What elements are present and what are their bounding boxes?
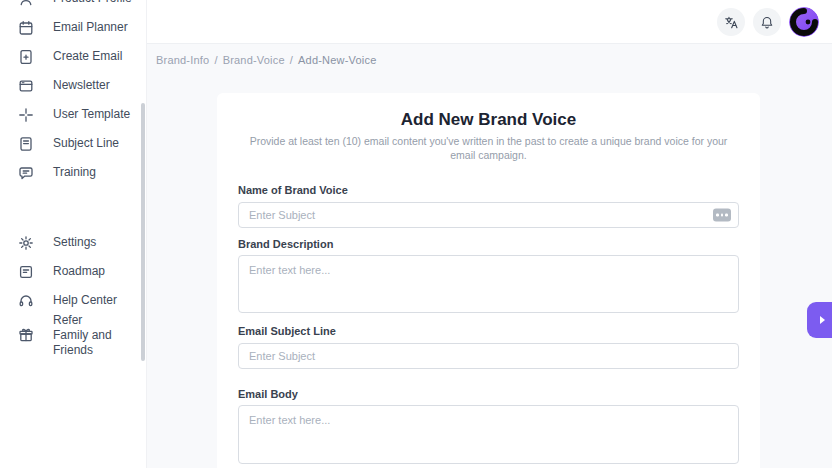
sidebar-item-label: Subject Line — [53, 136, 119, 151]
newsletter-icon — [18, 78, 34, 94]
email-body-textarea[interactable] — [238, 405, 739, 464]
chevron-right-icon — [820, 316, 825, 324]
extension-dots-icon[interactable] — [713, 208, 731, 221]
sidebar-item-label: Settings — [53, 235, 96, 250]
sidebar-item-settings[interactable]: Settings — [0, 228, 146, 257]
breadcrumb-separator: / — [290, 54, 293, 66]
breadcrumb-separator: / — [214, 54, 217, 66]
sidebar-item-label: Email Planner — [53, 20, 128, 35]
top-header — [147, 0, 832, 44]
page-subtitle: Provide at least ten (10) email content … — [248, 134, 730, 163]
sidebar-item-user-template[interactable]: User Template — [0, 100, 146, 129]
sidebar-scrollbar[interactable] — [141, 103, 145, 361]
headset-icon — [18, 293, 34, 309]
breadcrumb-item-brand-info[interactable]: Brand-Info — [156, 54, 209, 66]
calendar-icon — [18, 20, 34, 36]
sidebar-item-product-profile[interactable]: Product Profile — [0, 0, 146, 13]
expand-panel-button[interactable] — [807, 302, 832, 338]
name-of-brand-voice-input[interactable] — [238, 202, 739, 228]
sidebar-item-create-email[interactable]: Create Email — [0, 42, 146, 71]
brand-description-label: Brand Description — [238, 238, 739, 250]
sidebar-item-label: Create Email — [53, 49, 122, 64]
subject-line-icon — [18, 136, 34, 152]
user-avatar[interactable] — [789, 7, 819, 37]
sidebar-item-roadmap[interactable]: Roadmap — [0, 257, 146, 286]
breadcrumb: Brand-Info/Brand-Voice/Add-New-Voice — [156, 54, 376, 66]
name-of-brand-voice-wrap — [238, 202, 739, 228]
bell-icon — [760, 15, 774, 30]
translate-button[interactable] — [717, 8, 745, 36]
sidebar-item-refer[interactable]: Refer Family and Friends — [0, 315, 146, 355]
sidebar-nav: Product Profile Email Planner Create Ema… — [0, 0, 146, 355]
breadcrumb-item-add-new-voice: Add-New-Voice — [298, 54, 376, 66]
sidebar-item-label: Roadmap — [53, 264, 105, 279]
roadmap-icon — [18, 264, 34, 280]
sidebar-item-help-center[interactable]: Help Center — [0, 286, 146, 315]
sidebar-item-subject-line[interactable]: Subject Line — [0, 129, 146, 158]
chat-bubble-icon — [18, 165, 34, 181]
gift-icon — [18, 327, 34, 343]
file-plus-icon — [18, 49, 34, 65]
template-plus-icon — [18, 107, 34, 123]
add-brand-voice-card: Add New Brand Voice Provide at least ten… — [217, 93, 760, 468]
translate-icon — [724, 15, 739, 30]
header-actions — [717, 7, 819, 37]
sidebar-item-label: Newsletter — [53, 78, 110, 93]
sidebar: Product Profile Email Planner Create Ema… — [0, 0, 147, 468]
page-title: Add New Brand Voice — [217, 110, 760, 130]
sidebar-item-label: Help Center — [53, 293, 117, 308]
sidebar-item-training[interactable]: Training — [0, 158, 146, 187]
email-subject-line-label: Email Subject Line — [238, 325, 739, 337]
sidebar-item-label: Training — [53, 165, 96, 180]
brand-voice-form: Name of Brand Voice Brand Description Em… — [217, 184, 760, 464]
brand-description-textarea[interactable] — [238, 255, 739, 313]
avatar-logo-icon — [789, 7, 819, 37]
sidebar-item-label: Refer Family and Friends — [53, 313, 115, 358]
breadcrumb-item-brand-voice[interactable]: Brand-Voice — [223, 54, 285, 66]
gear-icon — [18, 235, 34, 251]
sidebar-item-label: User Template — [53, 107, 130, 122]
name-of-brand-voice-label: Name of Brand Voice — [238, 184, 739, 196]
sidebar-item-email-planner[interactable]: Email Planner — [0, 13, 146, 42]
sidebar-item-newsletter[interactable]: Newsletter — [0, 71, 146, 100]
notifications-button[interactable] — [753, 8, 781, 36]
sidebar-section-gap — [0, 187, 146, 228]
user-profile-icon — [18, 0, 34, 7]
sidebar-item-label: Product Profile — [53, 0, 132, 6]
email-body-label: Email Body — [238, 388, 739, 400]
main-content: Brand-Info/Brand-Voice/Add-New-Voice Add… — [147, 44, 832, 468]
email-subject-line-input[interactable] — [238, 343, 739, 369]
